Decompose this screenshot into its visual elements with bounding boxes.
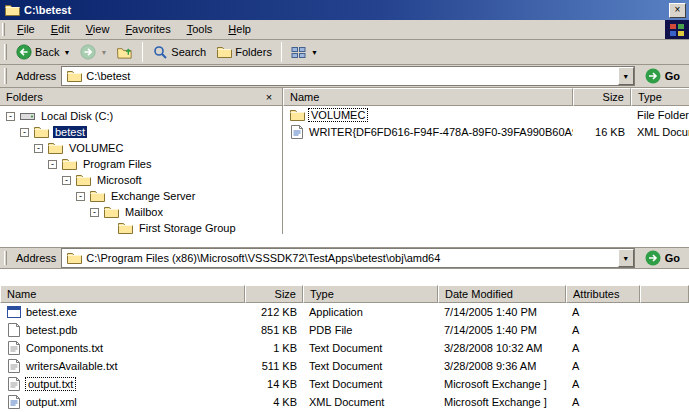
- column-header-type[interactable]: Type: [631, 88, 689, 106]
- exe-file-icon: [6, 306, 22, 318]
- tree-item-label: Exchange Server: [109, 190, 197, 202]
- search-button[interactable]: Search: [147, 41, 211, 63]
- menubar-gripper: [2, 23, 5, 36]
- menu-item-favorites[interactable]: Favorites: [117, 20, 178, 39]
- menu-item-edit[interactable]: Edit: [43, 20, 78, 39]
- tree-expander-icon[interactable]: -: [34, 144, 43, 153]
- column-header-size[interactable]: Size: [245, 285, 303, 303]
- address2-label: Address: [16, 252, 56, 264]
- file-attributes-cell: A: [566, 339, 640, 357]
- tree-expander-icon[interactable]: -: [90, 208, 99, 217]
- file-name-label: VOLUMEC: [309, 109, 367, 121]
- address-input[interactable]: C:\betest ▼: [61, 66, 634, 86]
- forward-button[interactable]: ▼: [75, 41, 112, 63]
- file-type-cell: XML Document: [631, 123, 689, 140]
- tree-item-microsoft[interactable]: -Microsoft: [0, 172, 282, 188]
- file-name-cell: betest.exe: [0, 303, 245, 321]
- file-attributes-cell: A: [566, 321, 640, 339]
- file-size-cell: 511 KB: [245, 357, 303, 375]
- bottom-explorer-panel: Address C:\Program Files (x86)\Microsoft…: [0, 247, 689, 411]
- menu-item-tools[interactable]: Tools: [179, 20, 221, 39]
- file-name-label: output.txt: [26, 378, 75, 390]
- up-button[interactable]: [112, 41, 138, 63]
- file-size-cell: 1 KB: [245, 339, 303, 357]
- tree-item-program-files[interactable]: -Program Files: [0, 156, 282, 172]
- go-icon: [645, 68, 661, 84]
- go-button-2[interactable]: Go: [640, 250, 685, 266]
- tree-item-first-storage-group[interactable]: First Storage Group: [0, 220, 282, 234]
- file-row-output-xml[interactable]: output.xml4 KBXML DocumentMicrosoft Exch…: [0, 393, 689, 411]
- address-text: C:\betest: [86, 70, 613, 82]
- file-row-output-txt[interactable]: output.txt14 KBText DocumentMicrosoft Ex…: [0, 375, 689, 393]
- close-folders-pane-button[interactable]: ×: [262, 91, 276, 103]
- tree-item-betest[interactable]: -betest: [0, 124, 282, 140]
- file-row-components-txt[interactable]: Components.txt1 KBText Document3/28/2008…: [0, 339, 689, 357]
- folders-button[interactable]: Folders: [211, 41, 277, 63]
- txt-file-icon: [6, 359, 22, 373]
- file-name-label: betest.pdb: [26, 324, 77, 336]
- pdb-file-icon: [6, 323, 22, 337]
- back-label: Back: [35, 46, 59, 58]
- explorer-window: C:\betest × FileEditViewFavoritesToolsHe…: [0, 0, 689, 234]
- file-size-cell: 4 KB: [245, 393, 303, 411]
- detail-list-rows: betest.exe212 KBApplication7/14/2005 1:4…: [0, 303, 689, 411]
- column-header-date-modified[interactable]: Date Modified: [438, 285, 566, 303]
- views-icon: [291, 46, 307, 59]
- file-list-rows: VOLUMECFile FolderWRITER{DF6FD616-F94F-4…: [283, 106, 689, 140]
- file-row-writer-df6fd616-f94f-478a-89f0-39fa990b60a9-xml[interactable]: WRITER{DF6FD616-F94F-478A-89F0-39FA990B6…: [283, 123, 689, 140]
- file-row-volumec[interactable]: VOLUMECFile Folder: [283, 106, 689, 123]
- menu-item-file[interactable]: File: [9, 20, 43, 39]
- go-button[interactable]: Go: [640, 68, 685, 84]
- folder-icon: [117, 222, 133, 234]
- address2-input[interactable]: C:\Program Files (x86)\Microsoft\VSSSDK7…: [61, 248, 634, 268]
- tree-item-volumec[interactable]: -VOLUMEC: [0, 140, 282, 156]
- file-type-cell: File Folder: [631, 106, 689, 123]
- tree-item-label: Local Disk (C:): [39, 110, 115, 122]
- tree-expander-icon[interactable]: -: [20, 128, 29, 137]
- close-button[interactable]: ×: [669, 3, 686, 18]
- column-header-size[interactable]: Size: [573, 88, 631, 106]
- file-size-cell: 14 KB: [245, 375, 303, 393]
- address-bar: Address C:\betest ▼ Go: [0, 65, 689, 88]
- tree-item-exchange-server[interactable]: -Exchange Server: [0, 188, 282, 204]
- menu-item-view[interactable]: View: [78, 20, 118, 39]
- address2-dropdown-button[interactable]: ▼: [618, 249, 634, 267]
- column-header-name[interactable]: Name: [283, 88, 573, 106]
- menu-item-help[interactable]: Help: [220, 20, 259, 39]
- go-icon-2: [645, 250, 661, 266]
- tree-expander-icon[interactable]: -: [48, 160, 57, 169]
- back-button[interactable]: Back ▼: [11, 41, 75, 63]
- file-attributes-cell: A: [566, 393, 640, 411]
- tree-expander-spacer: [104, 224, 113, 233]
- file-type-cell: Text Document: [303, 357, 438, 375]
- address2-text: C:\Program Files (x86)\Microsoft\VSSSDK7…: [86, 252, 613, 264]
- views-button[interactable]: ▼: [286, 41, 323, 63]
- folder-icon: [61, 158, 77, 170]
- file-name-cell: WRITER{DF6FD616-F94F-478A-89F0-39FA990B6…: [283, 123, 573, 140]
- column-header-attributes[interactable]: Attributes: [566, 285, 640, 303]
- tree-expander-icon[interactable]: -: [6, 112, 15, 121]
- address-folder-icon: [66, 70, 82, 82]
- tree-item-label: First Storage Group: [137, 222, 238, 234]
- tree-item-label: betest: [53, 126, 87, 138]
- address-label: Address: [16, 70, 56, 82]
- address-dropdown-button[interactable]: ▼: [618, 67, 634, 85]
- tree-item-local-disk-c[interactable]: -Local Disk (C:): [0, 108, 282, 124]
- tree-expander-icon[interactable]: -: [76, 192, 85, 201]
- column-header-name[interactable]: Name: [0, 285, 245, 303]
- file-row-writersavailable-txt[interactable]: writersAvailable.txt511 KBText Document3…: [0, 357, 689, 375]
- column-header-type[interactable]: Type: [303, 285, 438, 303]
- file-row-betest-exe[interactable]: betest.exe212 KBApplication7/14/2005 1:4…: [0, 303, 689, 321]
- file-type-cell: Text Document: [303, 339, 438, 357]
- address2-folder-icon: [66, 252, 82, 264]
- folders-label: Folders: [235, 46, 272, 58]
- toolbar-separator: [281, 42, 282, 62]
- drive-icon: [19, 110, 35, 122]
- tree-expander-icon[interactable]: -: [62, 176, 71, 185]
- window-title: C:\betest: [24, 4, 665, 16]
- tree-item-mailbox[interactable]: -Mailbox: [0, 204, 282, 220]
- file-name-label: betest.exe: [26, 306, 77, 318]
- file-row-betest-pdb[interactable]: betest.pdb851 KBPDB File7/14/2005 1:40 P…: [0, 321, 689, 339]
- search-label: Search: [171, 46, 206, 58]
- toolbar-separator: [142, 42, 143, 62]
